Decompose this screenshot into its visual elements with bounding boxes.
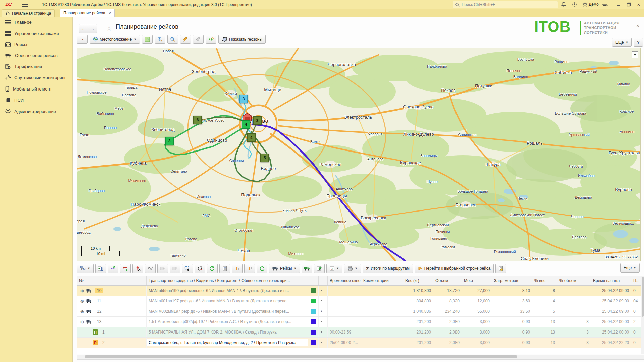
back-button[interactable]: ← [79,24,89,33]
grid-horizontal-scrollbar[interactable] [77,355,644,360]
measure-distance-button[interactable] [180,35,191,44]
trips-truck-icon [272,266,278,271]
route-point-row[interactable]: П15 МАГИСТРАЛЬНАЯ УЛ., ДОМ 7 КОР. 2, МОС… [77,327,644,338]
column-header-9[interactable]: Загр. метров [492,276,532,285]
sidebar-item-trip-support[interactable]: Обеспечение рейсов [0,50,72,61]
column-header-10[interactable]: % вес [532,276,557,285]
trip-row[interactable]: ⊕12MAN м002мм197 реф до -6 \ Иванов MAN-… [77,306,644,317]
help-button[interactable]: ? [634,38,643,47]
refresh-button[interactable] [257,264,267,273]
service-menu-icon[interactable] [601,1,609,8]
scrollbar-thumb[interactable] [85,355,517,358]
column-header-4[interactable]: Временное окно [328,276,361,285]
unassign-point-button[interactable] [132,264,143,273]
minimize-window-icon[interactable] [614,1,623,8]
select-area-button[interactable] [182,264,193,273]
sidebar-item-administration[interactable]: Администрирование [0,106,72,117]
column-header-8[interactable]: Мест [462,276,492,285]
edit-row-button[interactable] [314,264,325,273]
route-stop-marker[interactable]: 3 [239,95,248,103]
close-form-icon[interactable]: × [636,23,639,28]
sidebar-item-orders[interactable]: Управление заявками [0,28,72,39]
more-button-grid[interactable]: Еще▼ [620,263,640,273]
route-totals-button[interactable]: Σ Итоги по маршрутам [363,264,413,273]
favorites-star-icon[interactable] [581,1,589,8]
route-stop-marker[interactable]: 4 [247,133,256,142]
more-button-top[interactable]: Еще▼ [612,38,632,47]
trip-row[interactable]: ⊕10MAN н555нн190 реф меньше -6 \ Иванов … [77,286,644,296]
location-dropdown-button[interactable]: Местоположение▼ [90,35,140,44]
expand-toggle-icon[interactable]: ⊖ [79,319,85,324]
restore-window-icon[interactable] [625,1,633,8]
zoom-out-button[interactable] [167,35,178,44]
tab-home[interactable]: Начальная страница [2,9,55,17]
route-stop-marker[interactable]: 5 [260,154,269,162]
edit-geozone-button[interactable] [195,264,205,273]
expand-toggle-icon[interactable]: ⊕ [79,299,85,304]
favorite-star-icon[interactable]: ☆ [106,25,112,32]
map-view[interactable]: НоваяВоспушкаРощиноЧерноголовкаПесьянеПа… [77,48,641,261]
sidebar-item-satellite-monitoring[interactable]: Спутниковый мониторинг [0,72,72,83]
notifications-bell-icon[interactable] [559,1,568,8]
tree-view-button[interactable]: ▼ [77,264,94,273]
move-down-button[interactable] [244,264,255,273]
sidebar-item-mobile-client[interactable]: Мобильный клиент [0,83,72,95]
map-zoom-plus-button[interactable]: + [632,51,638,58]
tab-close-icon[interactable]: × [108,11,111,16]
column-header-2[interactable] [309,276,319,285]
expand-toggle-icon[interactable]: ⊕ [79,309,85,314]
route-stop-marker[interactable]: 3 [165,137,174,145]
report-dropdown-button[interactable]: ▼ [326,264,342,273]
sidebar-item-main[interactable]: Главное [0,17,72,28]
close-window-icon[interactable]: × [635,1,643,8]
forward-button[interactable]: → [88,24,97,33]
row-description: Самарская обл., г. Тольятти, бульвар Мол… [147,338,309,348]
route-stop-marker[interactable]: 3 [253,116,262,125]
route-line-button[interactable] [145,264,156,273]
column-header-11[interactable]: % объем [557,276,591,285]
move-up-button[interactable] [232,264,243,273]
build-routes-button[interactable] [206,35,216,44]
document-list-button[interactable] [219,264,230,273]
assign-driver-button[interactable] [95,264,106,273]
goto-trip-row-button[interactable]: Перейти к выбранной строке рейса [415,264,494,273]
add-point-to-trip-button[interactable] [108,264,118,273]
tab-trip-planning[interactable]: Планирование рейсов × [60,9,115,17]
vehicle-truck-icon [85,299,93,303]
trip-row[interactable]: ⊕11MAN а001аа197 реф до -6 \ Иванов MAN-… [77,296,644,306]
add-point-icon [110,266,116,271]
zoom-in-button[interactable] [155,35,165,44]
trips-menu-button[interactable]: Рейсы▼ [269,264,300,273]
map-label: Столбовая [234,228,253,232]
sidebar-item-nsi[interactable]: НСИ [0,95,72,106]
route-point-row[interactable]: Р2Самарская обл., г. Тольятти, бульвар М… [77,338,644,348]
sidebar-item-tariffs[interactable]: Р Тарификация [0,61,72,72]
document-info-button[interactable] [495,264,506,273]
column-header-12[interactable]: Время начала [591,276,631,285]
history-icon[interactable] [570,1,578,8]
grid-vertical-scrollbar[interactable] [641,276,644,354]
column-header-3[interactable] [319,276,328,285]
move-point-button[interactable] [120,264,131,273]
recalculate-routes-button[interactable] [207,264,218,273]
column-header-1[interactable]: Транспортное средство \ Водитель \ Контр… [147,276,309,285]
vehicle-card-button[interactable] [302,264,312,273]
show-geozones-button[interactable]: Показать геозоны [218,35,266,44]
column-header-5[interactable]: Комментарий [361,276,403,285]
print-dropdown-button[interactable]: ▼ [344,264,361,273]
route-stop-marker[interactable]: 4 [241,120,250,129]
column-header-6[interactable]: Вес (кг) [403,276,433,285]
map-label: Бронницы [326,193,347,198]
trip-row[interactable]: ⊖131.5Т Автомобиль ф002фф197 \ Рябченков… [77,317,644,327]
column-header-0[interactable]: № [77,276,147,285]
fit-map-button[interactable] [142,35,153,44]
route-stop-marker[interactable]: 6 [193,116,202,124]
main-menu-button[interactable] [22,3,28,7]
eraser-button[interactable] [193,35,204,44]
column-header-7[interactable]: Объем [433,276,462,285]
address-edit-box[interactable]: Самарская обл., г. Тольятти, бульвар Мол… [147,339,308,346]
expand-panel-button[interactable]: › [77,35,88,44]
sidebar-item-trips[interactable]: Рейсы [0,39,72,50]
global-search-input[interactable]: Поиск Ctrl+Shift+F [453,1,558,8]
expand-toggle-icon[interactable]: ⊕ [79,288,85,293]
